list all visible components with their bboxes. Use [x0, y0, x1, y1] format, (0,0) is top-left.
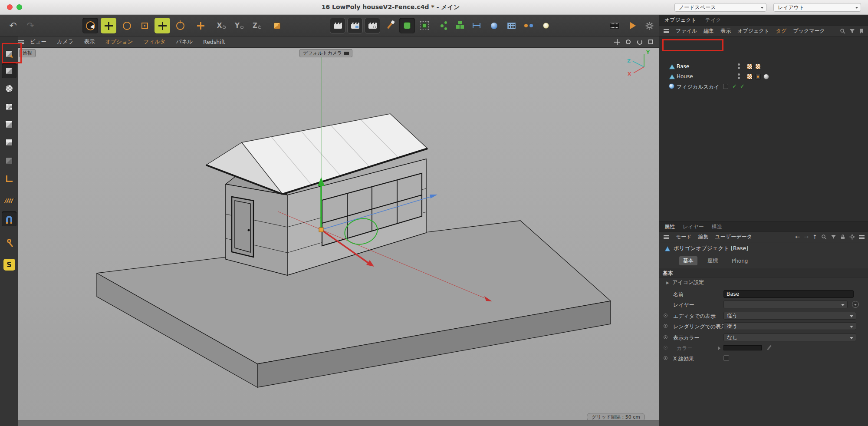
attribute-menu-icon[interactable]: [664, 235, 669, 239]
edge-mode-button[interactable]: [2, 117, 16, 132]
render-queue-button[interactable]: [607, 18, 622, 33]
array-button[interactable]: [503, 18, 519, 33]
history-back-icon[interactable]: ←: [795, 234, 800, 240]
menu-redshift[interactable]: Redshift: [203, 39, 225, 45]
object-name[interactable]: Base: [677, 63, 689, 69]
zoom-view-button[interactable]: [625, 38, 632, 46]
scale-tool-button[interactable]: [137, 18, 152, 33]
om-menu-view[interactable]: 表示: [720, 27, 731, 35]
am-menu-edit[interactable]: 編集: [698, 233, 709, 241]
menu-panel[interactable]: パネル: [176, 38, 193, 46]
polygon-mode-button[interactable]: [2, 135, 16, 150]
point-mode-button[interactable]: [2, 99, 16, 114]
layer-select[interactable]: [723, 301, 848, 308]
enabled-check-icon[interactable]: ✓: [732, 83, 737, 90]
workplane-button[interactable]: [2, 193, 16, 208]
tab-attributes[interactable]: 属性: [664, 223, 675, 231]
am-options-menu-icon[interactable]: [859, 235, 865, 239]
live-selection-tool-button[interactable]: [82, 18, 98, 33]
render-picture-viewer-button[interactable]: [347, 18, 363, 33]
menu-display[interactable]: 表示: [84, 38, 95, 46]
toolbar-settings-button[interactable]: [641, 18, 657, 33]
xpresso-button[interactable]: [521, 18, 536, 33]
add-tool-button[interactable]: [193, 18, 208, 33]
uvw-tag-icon[interactable]: [755, 64, 761, 69]
material-tag-icon[interactable]: [763, 74, 769, 79]
menu-camera[interactable]: カメラ: [57, 38, 73, 46]
history-forward-icon[interactable]: →: [804, 234, 809, 240]
rotate-view-button[interactable]: [636, 38, 643, 46]
close-window-button[interactable]: [7, 4, 13, 10]
lock-z-axis-button[interactable]: Z: [249, 18, 265, 33]
redo-button[interactable]: ↷: [23, 18, 38, 33]
search-icon[interactable]: [821, 234, 827, 240]
tab-structure[interactable]: 構造: [712, 223, 722, 231]
coordinate-system-button[interactable]: [269, 18, 285, 33]
spline-measure-button[interactable]: [469, 18, 484, 33]
object-manager-menu-icon[interactable]: [664, 29, 669, 33]
filter-icon[interactable]: [849, 28, 855, 34]
nodespace-select[interactable]: ノードスペース: [674, 3, 766, 12]
animation-dot-icon[interactable]: [664, 335, 667, 339]
play-render-button[interactable]: [625, 18, 641, 33]
modeling-settings-button[interactable]: [2, 234, 16, 248]
tweak-mode-button[interactable]: [2, 153, 16, 168]
enable-checkbox[interactable]: [723, 84, 728, 89]
layout-select[interactable]: レイアウト: [773, 3, 861, 12]
menu-view[interactable]: ビュー: [30, 38, 46, 46]
enabled-check-icon[interactable]: ✓: [740, 83, 745, 90]
axis-mode-button[interactable]: [2, 171, 16, 186]
search-icon[interactable]: [840, 28, 845, 34]
object-row-house[interactable]: House: [659, 72, 868, 82]
model-mode-button[interactable]: [2, 63, 16, 78]
lock-y-axis-button[interactable]: Y: [231, 18, 247, 33]
am-menu-userdata[interactable]: ユーザーデータ: [715, 233, 752, 241]
render-visibility-select[interactable]: 従う: [723, 322, 856, 330]
gear-icon[interactable]: [849, 234, 855, 240]
lock-icon[interactable]: [840, 234, 845, 240]
zoom-window-button[interactable]: [16, 4, 22, 10]
pan-view-button[interactable]: [613, 38, 621, 46]
render-view-button[interactable]: [330, 18, 345, 33]
tab-phong[interactable]: Phong: [728, 257, 752, 265]
recent-tool-button[interactable]: [155, 18, 170, 33]
menu-filter[interactable]: フィルタ: [143, 38, 165, 46]
tool-cycle-button[interactable]: [172, 18, 188, 33]
maximize-view-button[interactable]: [647, 38, 654, 46]
viewport-solo-button[interactable]: S: [2, 257, 16, 272]
move-tool-button[interactable]: [101, 18, 116, 33]
animation-dot-icon[interactable]: [664, 314, 667, 317]
om-menu-file[interactable]: ファイル: [676, 27, 697, 35]
layer-browser-button[interactable]: [852, 301, 859, 308]
animation-dot-icon[interactable]: [664, 324, 667, 328]
editor-visibility-select[interactable]: 従う: [723, 312, 856, 320]
tab-basic[interactable]: 基本: [679, 256, 697, 265]
visibility-dots-icon[interactable]: [738, 63, 740, 70]
atom-array-button[interactable]: [434, 18, 450, 33]
om-menu-bookmarks[interactable]: ブックマーク: [793, 27, 825, 35]
brush-tool-button[interactable]: [382, 18, 398, 33]
tab-coordinates[interactable]: 座標: [704, 256, 722, 265]
am-menu-mode[interactable]: モード: [676, 233, 692, 241]
viewport-scene[interactable]: Y Z X: [18, 48, 659, 420]
light-button[interactable]: [538, 18, 554, 33]
object-row-base[interactable]: Base: [659, 62, 868, 72]
xray-checkbox[interactable]: [723, 355, 729, 361]
tab-objects[interactable]: オブジェクト: [664, 17, 697, 24]
name-input[interactable]: [723, 290, 854, 298]
om-menu-objects[interactable]: オブジェクト: [737, 27, 769, 35]
tab-takes[interactable]: テイク: [705, 17, 721, 24]
filter-icon[interactable]: [831, 234, 836, 240]
metaball-button[interactable]: [486, 18, 502, 33]
lock-x-axis-button[interactable]: X: [214, 18, 229, 33]
object-row-physical-sky[interactable]: フィジカルスカイ ✓ ✓: [659, 82, 868, 92]
visibility-dots-icon[interactable]: [738, 73, 740, 80]
parent-up-icon[interactable]: ↑: [812, 234, 817, 240]
gizmo-center-handle[interactable]: [319, 228, 323, 232]
texture-tag-icon[interactable]: [747, 64, 753, 69]
texture-tag-icon[interactable]: [747, 74, 753, 79]
snap-toggle-button[interactable]: [2, 211, 16, 226]
texture-mode-button[interactable]: [2, 81, 16, 96]
icon-settings-row[interactable]: ▶ アイコン設定: [666, 279, 704, 286]
3d-viewport[interactable]: Y Z X 透視 デフォルトカメラ グリッド間隔 : 50 cm: [18, 48, 659, 420]
